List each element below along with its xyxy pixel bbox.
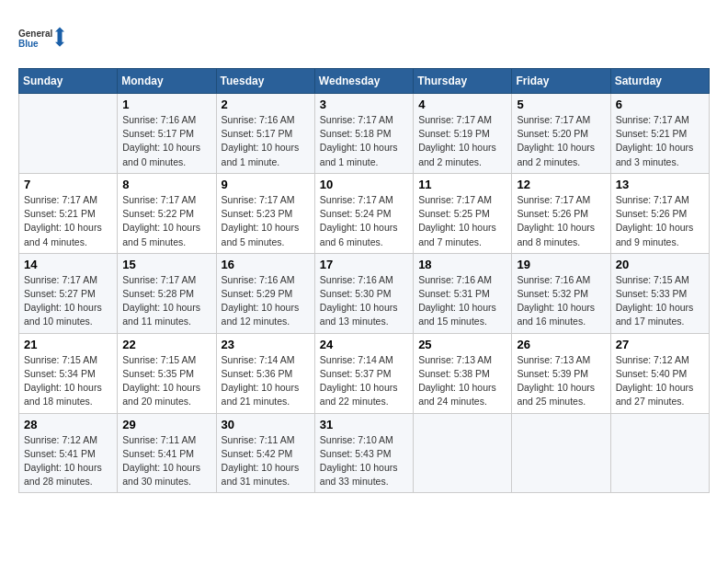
day-of-week-header: Sunday [19, 69, 118, 94]
calendar-table: SundayMondayTuesdayWednesdayThursdayFrid… [18, 68, 710, 493]
day-number: 8 [122, 178, 210, 191]
calendar-cell: 1Sunrise: 7:16 AMSunset: 5:17 PMDaylight… [118, 94, 216, 174]
day-info: Sunrise: 7:15 AMSunset: 5:33 PMDaylight:… [616, 273, 704, 329]
day-number: 12 [517, 178, 605, 191]
day-info: Sunrise: 7:15 AMSunset: 5:34 PMDaylight:… [24, 353, 112, 409]
day-number: 2 [222, 98, 310, 111]
day-info: Sunrise: 7:16 AMSunset: 5:29 PMDaylight:… [222, 273, 310, 329]
calendar-cell: 30Sunrise: 7:11 AMSunset: 5:42 PMDayligh… [216, 413, 314, 493]
day-number: 6 [616, 98, 704, 111]
day-number: 20 [616, 258, 704, 271]
day-number: 24 [320, 338, 408, 351]
calendar-cell: 26Sunrise: 7:13 AMSunset: 5:39 PMDayligh… [512, 333, 610, 413]
calendar-cell: 23Sunrise: 7:14 AMSunset: 5:36 PMDayligh… [216, 333, 314, 413]
day-of-week-header: Monday [118, 69, 216, 94]
day-info: Sunrise: 7:11 AMSunset: 5:41 PMDaylight:… [122, 433, 210, 489]
day-number: 10 [320, 178, 408, 191]
day-info: Sunrise: 7:10 AMSunset: 5:43 PMDaylight:… [320, 433, 408, 489]
svg-marker-2 [55, 28, 64, 47]
day-number: 3 [320, 98, 408, 111]
day-number: 9 [222, 178, 310, 191]
calendar-cell: 21Sunrise: 7:15 AMSunset: 5:34 PMDayligh… [19, 333, 118, 413]
day-info: Sunrise: 7:16 AMSunset: 5:17 PMDaylight:… [122, 113, 210, 169]
day-number: 11 [418, 178, 506, 191]
day-info: Sunrise: 7:16 AMSunset: 5:31 PMDaylight:… [418, 273, 506, 329]
day-number: 14 [24, 258, 112, 271]
day-number: 28 [24, 418, 112, 431]
calendar-cell: 24Sunrise: 7:14 AMSunset: 5:37 PMDayligh… [314, 333, 413, 413]
day-info: Sunrise: 7:14 AMSunset: 5:36 PMDaylight:… [222, 353, 310, 409]
day-of-week-header: Wednesday [314, 69, 413, 94]
calendar-cell: 11Sunrise: 7:17 AMSunset: 5:25 PMDayligh… [414, 173, 512, 253]
calendar-cell: 8Sunrise: 7:17 AMSunset: 5:22 PMDaylight… [118, 173, 216, 253]
day-info: Sunrise: 7:17 AMSunset: 5:26 PMDaylight:… [616, 193, 704, 249]
calendar-cell: 20Sunrise: 7:15 AMSunset: 5:33 PMDayligh… [610, 253, 709, 333]
day-number: 17 [320, 258, 408, 271]
day-number: 19 [517, 258, 605, 271]
calendar-cell: 14Sunrise: 7:17 AMSunset: 5:27 PMDayligh… [19, 253, 118, 333]
day-info: Sunrise: 7:14 AMSunset: 5:37 PMDaylight:… [320, 353, 408, 409]
day-number: 25 [418, 338, 506, 351]
calendar-cell: 27Sunrise: 7:12 AMSunset: 5:40 PMDayligh… [610, 333, 709, 413]
day-info: Sunrise: 7:13 AMSunset: 5:38 PMDaylight:… [418, 353, 506, 409]
page-header: General Blue [18, 18, 710, 59]
day-number: 29 [122, 418, 210, 431]
day-info: Sunrise: 7:17 AMSunset: 5:19 PMDaylight:… [418, 113, 506, 169]
day-number: 4 [418, 98, 506, 111]
calendar-cell: 17Sunrise: 7:16 AMSunset: 5:30 PMDayligh… [314, 253, 413, 333]
day-number: 26 [517, 338, 605, 351]
calendar-cell: 4Sunrise: 7:17 AMSunset: 5:19 PMDaylight… [414, 94, 512, 174]
logo-svg: General Blue [18, 18, 64, 59]
calendar-cell: 29Sunrise: 7:11 AMSunset: 5:41 PMDayligh… [118, 413, 216, 493]
day-number: 18 [418, 258, 506, 271]
calendar-cell: 22Sunrise: 7:15 AMSunset: 5:35 PMDayligh… [118, 333, 216, 413]
day-info: Sunrise: 7:17 AMSunset: 5:20 PMDaylight:… [517, 113, 605, 169]
day-number: 21 [24, 338, 112, 351]
calendar-cell: 28Sunrise: 7:12 AMSunset: 5:41 PMDayligh… [19, 413, 118, 493]
calendar-cell: 5Sunrise: 7:17 AMSunset: 5:20 PMDaylight… [512, 94, 610, 174]
calendar-cell: 15Sunrise: 7:17 AMSunset: 5:28 PMDayligh… [118, 253, 216, 333]
day-info: Sunrise: 7:12 AMSunset: 5:41 PMDaylight:… [24, 433, 112, 489]
day-info: Sunrise: 7:17 AMSunset: 5:23 PMDaylight:… [222, 193, 310, 249]
day-number: 30 [222, 418, 310, 431]
day-info: Sunrise: 7:17 AMSunset: 5:21 PMDaylight:… [616, 113, 704, 169]
day-info: Sunrise: 7:13 AMSunset: 5:39 PMDaylight:… [517, 353, 605, 409]
calendar-cell [414, 413, 512, 493]
day-number: 16 [222, 258, 310, 271]
day-info: Sunrise: 7:17 AMSunset: 5:26 PMDaylight:… [517, 193, 605, 249]
day-info: Sunrise: 7:17 AMSunset: 5:28 PMDaylight:… [122, 273, 210, 329]
calendar-cell: 6Sunrise: 7:17 AMSunset: 5:21 PMDaylight… [610, 94, 709, 174]
calendar-cell: 9Sunrise: 7:17 AMSunset: 5:23 PMDaylight… [216, 173, 314, 253]
day-number: 5 [517, 98, 605, 111]
day-number: 7 [24, 178, 112, 191]
calendar-cell: 18Sunrise: 7:16 AMSunset: 5:31 PMDayligh… [414, 253, 512, 333]
day-info: Sunrise: 7:16 AMSunset: 5:17 PMDaylight:… [222, 113, 310, 169]
day-number: 22 [122, 338, 210, 351]
day-info: Sunrise: 7:17 AMSunset: 5:18 PMDaylight:… [320, 113, 408, 169]
svg-text:Blue: Blue [18, 39, 39, 49]
day-of-week-header: Saturday [610, 69, 709, 94]
calendar-cell: 19Sunrise: 7:16 AMSunset: 5:32 PMDayligh… [512, 253, 610, 333]
calendar-cell: 12Sunrise: 7:17 AMSunset: 5:26 PMDayligh… [512, 173, 610, 253]
calendar-cell [19, 94, 118, 174]
calendar-cell: 2Sunrise: 7:16 AMSunset: 5:17 PMDaylight… [216, 94, 314, 174]
day-info: Sunrise: 7:16 AMSunset: 5:30 PMDaylight:… [320, 273, 408, 329]
day-of-week-header: Tuesday [216, 69, 314, 94]
svg-text:General: General [18, 29, 52, 39]
day-info: Sunrise: 7:11 AMSunset: 5:42 PMDaylight:… [222, 433, 310, 489]
calendar-cell [610, 413, 709, 493]
day-info: Sunrise: 7:17 AMSunset: 5:22 PMDaylight:… [122, 193, 210, 249]
calendar-cell: 16Sunrise: 7:16 AMSunset: 5:29 PMDayligh… [216, 253, 314, 333]
day-info: Sunrise: 7:17 AMSunset: 5:21 PMDaylight:… [24, 193, 112, 249]
day-of-week-header: Friday [512, 69, 610, 94]
day-info: Sunrise: 7:12 AMSunset: 5:40 PMDaylight:… [616, 353, 704, 409]
day-info: Sunrise: 7:17 AMSunset: 5:25 PMDaylight:… [418, 193, 506, 249]
calendar-cell: 31Sunrise: 7:10 AMSunset: 5:43 PMDayligh… [314, 413, 413, 493]
calendar-cell: 25Sunrise: 7:13 AMSunset: 5:38 PMDayligh… [414, 333, 512, 413]
day-number: 23 [222, 338, 310, 351]
day-of-week-header: Thursday [414, 69, 512, 94]
day-number: 27 [616, 338, 704, 351]
logo: General Blue [18, 18, 64, 59]
day-number: 15 [122, 258, 210, 271]
calendar-cell: 7Sunrise: 7:17 AMSunset: 5:21 PMDaylight… [19, 173, 118, 253]
